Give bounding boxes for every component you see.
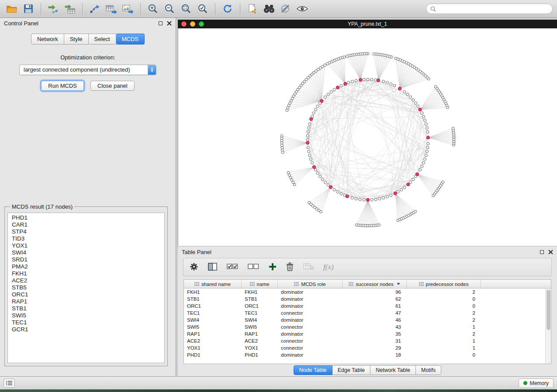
network-node[interactable] bbox=[289, 176, 292, 179]
network-node[interactable] bbox=[424, 158, 426, 160]
network-node[interactable] bbox=[424, 119, 426, 122]
network-node[interactable] bbox=[340, 193, 343, 195]
network-node[interactable] bbox=[400, 189, 403, 191]
tab-network[interactable]: Network bbox=[31, 34, 64, 45]
network-node[interactable] bbox=[426, 150, 428, 153]
network-node[interactable] bbox=[442, 181, 444, 183]
mcds-result-item[interactable]: STP4 bbox=[8, 228, 164, 235]
table-row[interactable]: SWI4SWI4dominator462 bbox=[184, 316, 551, 323]
tab-mcds[interactable]: MCDS bbox=[116, 34, 145, 45]
scrollbar-thumb[interactable] bbox=[547, 290, 550, 330]
network-node[interactable] bbox=[394, 57, 397, 60]
network-node[interactable] bbox=[426, 146, 429, 149]
network-node[interactable] bbox=[386, 81, 388, 84]
network-node[interactable] bbox=[419, 168, 421, 171]
network-hub-node[interactable] bbox=[336, 86, 339, 89]
export-table-icon[interactable] bbox=[104, 2, 119, 15]
network-node[interactable] bbox=[373, 53, 375, 55]
table-row[interactable]: FKH1FKH1dominator962 bbox=[184, 289, 551, 296]
network-node[interactable] bbox=[374, 198, 377, 201]
network-hub-node[interactable] bbox=[415, 173, 419, 176]
network-node[interactable] bbox=[355, 79, 357, 82]
network-node[interactable] bbox=[306, 138, 309, 141]
table-row[interactable]: ORC1ORC1dominator610 bbox=[184, 303, 551, 309]
network-node[interactable] bbox=[324, 181, 326, 184]
network-hub-node[interactable] bbox=[407, 183, 410, 186]
network-node[interactable] bbox=[434, 86, 437, 88]
table-row[interactable]: TEC1TEC1connector472 bbox=[184, 309, 551, 316]
network-node[interactable] bbox=[286, 109, 288, 112]
network-node[interactable] bbox=[324, 96, 326, 98]
mcds-result-item[interactable]: PMA2 bbox=[8, 263, 164, 270]
network-node[interactable] bbox=[308, 154, 311, 157]
tab-motifs[interactable]: Motifs bbox=[416, 365, 441, 375]
network-hub-node[interactable] bbox=[394, 192, 397, 195]
column-header-successor-nodes[interactable]: successor nodes bbox=[343, 280, 407, 288]
network-node[interactable] bbox=[417, 105, 419, 107]
network-hub-node[interactable] bbox=[377, 79, 380, 82]
clone-network-icon[interactable] bbox=[245, 2, 260, 15]
network-node[interactable] bbox=[359, 198, 361, 201]
mcds-result-item[interactable]: STB1 bbox=[8, 305, 164, 312]
network-node[interactable] bbox=[308, 127, 310, 129]
table-scrollbar[interactable] bbox=[545, 289, 551, 364]
network-hub-node[interactable] bbox=[312, 165, 315, 168]
export-image-icon[interactable] bbox=[121, 2, 135, 15]
close-panel-icon[interactable] bbox=[167, 21, 172, 26]
table-row[interactable]: ACE2ACE2connector311 bbox=[184, 337, 551, 344]
network-node[interactable] bbox=[288, 174, 291, 176]
show-columns-icon[interactable] bbox=[208, 263, 217, 272]
network-node[interactable] bbox=[425, 154, 427, 157]
tab-style[interactable]: Style bbox=[64, 34, 89, 45]
network-node[interactable] bbox=[287, 171, 290, 174]
mcds-result-item[interactable]: STB5 bbox=[8, 284, 164, 291]
network-node[interactable] bbox=[281, 151, 284, 154]
network-node[interactable] bbox=[409, 181, 412, 184]
float-panel-icon[interactable] bbox=[540, 250, 544, 254]
search-field[interactable] bbox=[426, 3, 553, 14]
network-node[interactable] bbox=[426, 131, 429, 133]
mcds-result-item[interactable]: ORC1 bbox=[8, 291, 164, 298]
zoom-fit-icon[interactable] bbox=[179, 2, 194, 15]
network-node[interactable] bbox=[406, 93, 409, 96]
mcds-result-item[interactable]: RAP1 bbox=[8, 298, 164, 305]
network-hub-node[interactable] bbox=[359, 78, 362, 81]
float-panel-icon[interactable] bbox=[159, 21, 163, 25]
network-node[interactable] bbox=[409, 96, 412, 98]
search-input[interactable] bbox=[439, 6, 548, 12]
table-row[interactable]: STB1STB1dominator620 bbox=[184, 296, 551, 303]
network-node[interactable] bbox=[320, 210, 322, 213]
mcds-result-item[interactable]: GCR1 bbox=[8, 326, 164, 333]
network-node[interactable] bbox=[422, 115, 425, 118]
network-hub-node[interactable] bbox=[426, 136, 429, 139]
network-node[interactable] bbox=[309, 158, 312, 160]
network-node[interactable] bbox=[414, 102, 417, 104]
network-node[interactable] bbox=[311, 162, 313, 164]
network-node[interactable] bbox=[307, 146, 309, 149]
network-hub-node[interactable] bbox=[306, 141, 309, 144]
network-node[interactable] bbox=[421, 112, 423, 114]
network-node[interactable] bbox=[367, 78, 369, 81]
hide-graphics-icon[interactable] bbox=[278, 2, 293, 15]
network-node[interactable] bbox=[363, 78, 365, 81]
mcds-result-item[interactable]: SWI5 bbox=[8, 312, 164, 319]
network-node[interactable] bbox=[333, 88, 336, 91]
network-node[interactable] bbox=[318, 175, 321, 178]
network-node[interactable] bbox=[355, 197, 357, 200]
mcds-result-item[interactable]: PHD1 bbox=[8, 214, 164, 221]
binoculars-icon[interactable] bbox=[262, 2, 277, 15]
network-node[interactable] bbox=[327, 184, 329, 186]
maximize-window-icon[interactable] bbox=[199, 21, 204, 27]
network-node[interactable] bbox=[412, 99, 415, 101]
network-node[interactable] bbox=[293, 183, 296, 186]
mcds-result-item[interactable]: YOX1 bbox=[8, 242, 164, 249]
mcds-result-item[interactable]: ACE2 bbox=[8, 277, 164, 284]
network-node[interactable] bbox=[390, 194, 392, 196]
network-node[interactable] bbox=[321, 178, 324, 181]
export-network-icon[interactable] bbox=[87, 2, 102, 15]
memory-button[interactable]: Memory bbox=[519, 378, 554, 388]
import-network-icon[interactable] bbox=[46, 2, 61, 15]
network-node[interactable] bbox=[425, 123, 427, 125]
network-window-titlebar[interactable]: YPA_prune.txt_1 bbox=[178, 20, 557, 28]
import-table-icon[interactable] bbox=[62, 2, 77, 15]
